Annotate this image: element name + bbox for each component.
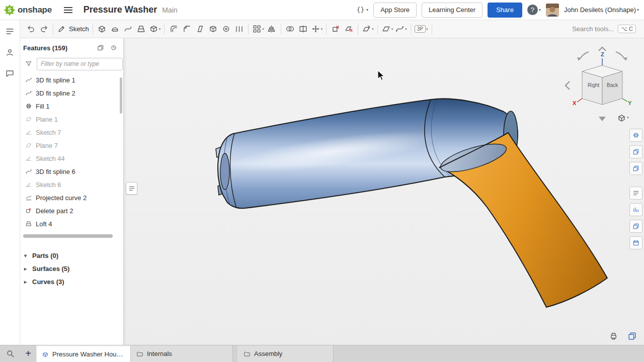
view-mode-cube-button[interactable]: ▾ bbox=[613, 112, 633, 124]
section-label: Surfaces (5) bbox=[32, 265, 69, 273]
undo-button[interactable] bbox=[24, 22, 37, 36]
feature-item[interactable]: Sketch 7 bbox=[20, 126, 123, 139]
chamfer-button[interactable] bbox=[180, 22, 193, 36]
spline-icon bbox=[25, 76, 32, 83]
custom-tables-panel-icon[interactable] bbox=[629, 162, 642, 175]
composite-curve-button[interactable]: ▾ bbox=[394, 22, 408, 36]
horizontal-scrollbar[interactable] bbox=[23, 234, 113, 238]
fillet-button[interactable] bbox=[167, 22, 180, 36]
draft-button[interactable] bbox=[193, 22, 206, 36]
revolve-button[interactable] bbox=[109, 22, 122, 36]
search-tools[interactable]: Search tools... ⌥ C bbox=[572, 25, 640, 33]
extrude-button[interactable] bbox=[96, 22, 109, 36]
print-icon[interactable] bbox=[609, 331, 618, 341]
featurescript-icon[interactable]: ▾ bbox=[356, 5, 368, 15]
feature-list: 3D fit spline 13D fit spline 2Fill 1Plan… bbox=[20, 73, 123, 231]
part-studio-icon bbox=[42, 351, 49, 358]
tabs: Pressure Washer Housi...InternalsAssembl… bbox=[36, 345, 334, 362]
feature-item[interactable]: Projected curve 2 bbox=[20, 191, 123, 204]
onshape-logo[interactable]: onshape bbox=[0, 5, 56, 16]
feature-item[interactable]: 3D fit spline 6 bbox=[20, 165, 123, 178]
top-bar: onshape Pressure Washer Main ▾ App Store… bbox=[0, 0, 644, 20]
main-menu-button[interactable] bbox=[61, 4, 75, 16]
app-store-button[interactable]: App Store bbox=[373, 3, 417, 18]
comments-icon[interactable] bbox=[3, 66, 17, 80]
feature-item[interactable]: Sketch 6 bbox=[20, 178, 123, 191]
share-button[interactable]: Share bbox=[488, 3, 522, 18]
feature-item[interactable]: 3D fit spline 2 bbox=[20, 86, 123, 100]
section-curves[interactable]: ▸Curves (3) bbox=[20, 275, 123, 288]
properties-panel-icon[interactable] bbox=[629, 187, 642, 200]
sketch-button[interactable]: Sketch bbox=[56, 22, 90, 36]
chevron-down-icon: ▾ bbox=[372, 27, 374, 31]
avatar[interactable] bbox=[546, 4, 559, 17]
split-button[interactable] bbox=[297, 22, 310, 36]
tab-internals[interactable]: Internals bbox=[131, 345, 233, 362]
collaboration-icon[interactable] bbox=[3, 45, 17, 59]
feature-item-label: 3D fit spline 2 bbox=[36, 89, 75, 97]
shell-button[interactable] bbox=[206, 22, 219, 36]
help-icon: ? bbox=[527, 5, 538, 15]
delete-part-icon bbox=[25, 207, 32, 214]
named-views-button[interactable]: 3P▾ bbox=[414, 22, 429, 36]
transform-button[interactable]: ▾ bbox=[310, 22, 324, 36]
view-cube-back-face[interactable]: Back bbox=[607, 82, 618, 88]
feature-item[interactable]: Delete part 2 bbox=[20, 204, 123, 217]
search-tabs-icon[interactable] bbox=[0, 345, 20, 362]
feature-item[interactable]: Plane 7 bbox=[20, 139, 123, 152]
boolean-button[interactable] bbox=[284, 22, 297, 36]
tab-assembly[interactable]: Assembly bbox=[238, 345, 334, 362]
feature-item[interactable]: Plane 1 bbox=[20, 113, 123, 126]
help-button[interactable]: ? ▾ bbox=[527, 5, 541, 15]
feature-toolbar: Sketch▾▾▾▾▾▾3P▾ Search tools... ⌥ C bbox=[20, 20, 644, 38]
folder-icon bbox=[136, 350, 143, 357]
workspace-name[interactable]: Main bbox=[162, 6, 177, 14]
feature-list-toggle[interactable] bbox=[126, 182, 137, 195]
mirror-button[interactable] bbox=[265, 22, 278, 36]
delete-face-button[interactable] bbox=[342, 22, 355, 36]
feature-item[interactable]: 3D fit spline 1 bbox=[20, 73, 123, 86]
variables-panel-icon[interactable] bbox=[629, 203, 642, 216]
versions-panel-icon[interactable] bbox=[629, 236, 642, 249]
export-icon[interactable] bbox=[627, 331, 637, 341]
hole-button[interactable] bbox=[219, 22, 232, 36]
loft-icon bbox=[25, 220, 32, 227]
part-handle[interactable] bbox=[438, 133, 607, 307]
redo-button[interactable] bbox=[37, 22, 50, 36]
rollback-history-icon[interactable] bbox=[107, 42, 120, 53]
section-surfaces[interactable]: ▸Surfaces (5) bbox=[20, 262, 123, 275]
move-face-button[interactable]: ▾ bbox=[361, 22, 375, 36]
view-cube-right-face[interactable]: Right bbox=[588, 82, 600, 88]
filter-icon[interactable] bbox=[22, 57, 35, 71]
feature-item[interactable]: Loft 4 bbox=[20, 217, 123, 230]
learning-center-button[interactable]: Learning Center bbox=[422, 3, 482, 18]
feature-item-label: Sketch 44 bbox=[36, 155, 65, 162]
thicken-button[interactable]: ▾ bbox=[148, 22, 162, 36]
rib-button[interactable] bbox=[232, 22, 246, 36]
section-label: Curves (3) bbox=[32, 278, 64, 286]
plane-button[interactable]: ▾ bbox=[380, 22, 394, 36]
vertical-scrollbar[interactable] bbox=[120, 77, 122, 114]
appearance-panel-icon[interactable] bbox=[629, 129, 642, 142]
feature-filter-input[interactable] bbox=[37, 58, 123, 70]
view-cube[interactable]: Right Back Z X Y bbox=[566, 47, 632, 121]
sweep-button[interactable] bbox=[122, 22, 135, 36]
loft-button[interactable] bbox=[135, 22, 148, 36]
delete-part-button[interactable] bbox=[329, 22, 342, 36]
section-parts[interactable]: ▾Parts (0) bbox=[20, 249, 123, 262]
linear-pattern-button[interactable]: ▾ bbox=[251, 22, 265, 36]
axis-y-label: Y bbox=[628, 100, 632, 106]
feature-item[interactable]: Fill 1 bbox=[20, 100, 123, 113]
named-view-badge: 3P bbox=[415, 25, 426, 33]
materials-panel-icon[interactable] bbox=[629, 220, 642, 233]
feature-item-label: 3D fit spline 1 bbox=[36, 76, 75, 84]
document-panel-icon[interactable] bbox=[3, 24, 17, 38]
configurations-panel-icon[interactable] bbox=[629, 145, 642, 158]
tab-label: Internals bbox=[147, 350, 172, 357]
create-folder-icon[interactable] bbox=[94, 42, 107, 53]
tab-pressure-washer-housi[interactable]: Pressure Washer Housi... bbox=[36, 345, 131, 362]
new-tab-button[interactable]: + bbox=[20, 345, 36, 362]
feature-item[interactable]: Sketch 44 bbox=[20, 152, 123, 165]
user-menu-button[interactable]: John Desilets (Onshape) ▾ bbox=[564, 6, 639, 14]
topbar-right: ▾ App Store Learning Center Share ? ▾ Jo… bbox=[356, 3, 644, 18]
